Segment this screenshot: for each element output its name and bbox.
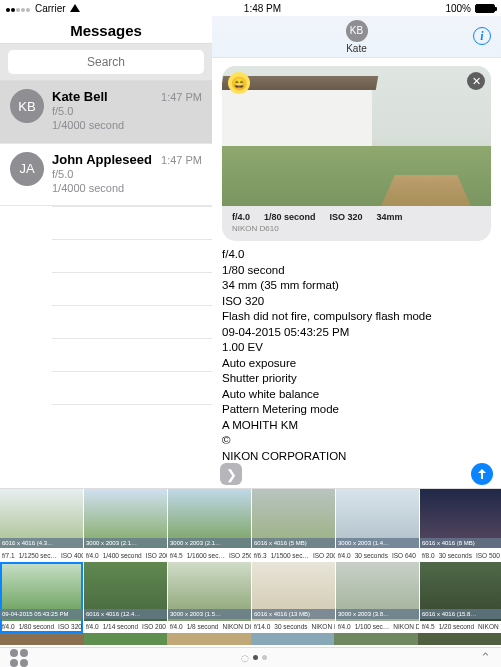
thumb-meta: f/4.5 — [422, 623, 435, 630]
thumb-meta: 1/100 sec… — [355, 623, 390, 630]
gallery-thumbnail[interactable]: 3000 x 2003 (2.1…f/4.51/1600 sec…ISO 250 — [168, 489, 251, 562]
app-drawer-bar: ◌ ⌃ — [0, 647, 501, 667]
thumb-meta: ISO 200 — [142, 623, 166, 630]
thumb-meta: NIKON D610 — [222, 623, 251, 630]
thumb-meta: NIKON D610 — [393, 623, 419, 630]
thumb-meta: 30 seconds — [355, 552, 388, 559]
conversation-name: John Appleseed — [52, 152, 152, 167]
thumb-meta: ISO 200 — [313, 552, 335, 559]
avatar: JA — [10, 152, 44, 186]
exif-line: NIKON CORPORATION — [222, 449, 491, 464]
thumb-meta: f/4.0 — [86, 623, 99, 630]
signal-icon — [6, 3, 31, 14]
thumb-meta: ISO 400 — [61, 552, 83, 559]
clock-label: 1:48 PM — [244, 3, 281, 14]
battery-icon — [475, 4, 495, 13]
exif-line: A MOHITH KM — [222, 418, 491, 434]
page-title: Messages — [0, 22, 212, 39]
thumb-dimensions: 6016 x 4016 (5 MB) — [252, 538, 335, 548]
thumb-meta: f/4.0 — [338, 623, 351, 630]
exif-line: ISO 320 — [222, 294, 491, 310]
thumb-dimensions: 3000 x 2003 (2.1… — [84, 538, 167, 548]
thumb-meta: 1/1250 sec… — [19, 552, 57, 559]
gallery-thumbnail[interactable]: 3000 x 2003 (1.5…f/4.01/8 secondNIKON D6… — [168, 562, 251, 633]
conversation-time: 1:47 PM — [161, 91, 202, 103]
thumb-dimensions: 6016 x 4016 (15.8… — [420, 609, 501, 619]
gallery-thumbnail[interactable]: 6016 x 4016 (12.4…f/4.01/14 secondISO 20… — [84, 562, 167, 633]
thumb-dimensions: 6016 x 4016 (12.4… — [84, 609, 167, 619]
status-bar: Carrier 1:48 PM 100% — [0, 0, 501, 16]
avatar: KB — [10, 89, 44, 123]
send-button[interactable] — [471, 463, 493, 485]
gallery-thumbnail[interactable]: 3000 x 2003 (3.8…f/4.01/100 sec…NIKON D6… — [336, 562, 419, 633]
apps-button[interactable] — [10, 649, 28, 667]
thumb-meta: 1/1500 sec… — [271, 552, 309, 559]
arrow-up-icon — [476, 468, 488, 480]
carrier-label: Carrier — [35, 3, 66, 14]
exif-line: Shutter priority — [222, 371, 491, 387]
gallery-thumbnail[interactable]: 09-04-2015 05:43:25 PMf/4.01/80 secondIS… — [0, 562, 83, 633]
chat-header-name: Kate — [346, 43, 367, 54]
exif-line: Pattern Metering mode — [222, 402, 491, 418]
chat-avatar[interactable]: KB — [346, 20, 368, 42]
meta-shutter: 1/80 second — [264, 212, 316, 222]
exif-line: Auto white balance — [222, 387, 491, 403]
gallery-thumbnail[interactable]: 6016 x 4016 (15.8…f/4.51/20 secondNIKON … — [420, 562, 501, 633]
exif-line: © — [222, 433, 491, 449]
search-input[interactable] — [8, 50, 204, 74]
wifi-icon — [70, 4, 80, 12]
thumb-dimensions: 3000 x 2003 (2.1… — [168, 538, 251, 548]
attachment-image: 😄 ✕ — [222, 66, 491, 206]
thumb-dimensions: 09-04-2015 05:43:25 PM — [0, 609, 83, 619]
thumb-meta: ISO 250 — [229, 552, 251, 559]
thumb-meta: 1/20 second — [439, 623, 474, 630]
thumb-meta: f/4.5 — [170, 552, 183, 559]
chat-header: KB Kate i — [212, 16, 501, 58]
conversation-preview: f/5.0 — [52, 167, 202, 181]
thumb-meta: ISO 640 — [392, 552, 416, 559]
photo-attachment[interactable]: 😄 ✕ f/4.0 1/80 second ISO 320 34mm NIKON… — [222, 66, 491, 241]
exif-line: 1.00 EV — [222, 340, 491, 356]
thumb-dimensions: 6016 x 4016 (13 MB) — [252, 609, 335, 619]
conversation-kate-bell[interactable]: KB Kate Bell 1:47 PM f/5.0 1/4000 second — [0, 81, 212, 144]
thumb-meta: f/4.0 — [338, 552, 351, 559]
thumb-dimensions: 6016 x 4016 (4.3… — [0, 538, 83, 548]
conversation-preview: f/5.0 — [52, 104, 202, 118]
battery-label: 100% — [445, 3, 471, 14]
thumb-meta: f/14.0 — [254, 623, 270, 630]
messages-header: Messages — [0, 16, 212, 43]
gallery-thumbnail[interactable]: 3000 x 2003 (1.4…f/4.030 secondsISO 640 — [336, 489, 419, 562]
thumb-meta: f/4.0 — [86, 552, 99, 559]
exif-line: Flash did not fire, compulsory flash mod… — [222, 309, 491, 325]
thumb-dimensions: 6016 x 4016 (8 MB) — [420, 538, 501, 548]
conversation-john-appleseed[interactable]: JA John Appleseed 1:47 PM f/5.0 1/4000 s… — [0, 144, 212, 207]
info-button[interactable]: i — [473, 27, 491, 45]
page-indicator: ◌ — [241, 653, 267, 663]
expand-button[interactable]: ⌃ — [480, 650, 491, 665]
remove-attachment-button[interactable]: ✕ — [467, 72, 485, 90]
thumb-meta: 30 seconds — [274, 623, 307, 630]
gallery-thumbnail[interactable]: 6016 x 4016 (4.3…f/7.11/1250 sec…ISO 400 — [0, 489, 83, 562]
exif-line: Auto exposure — [222, 356, 491, 372]
thumb-meta: 1/14 second — [103, 623, 138, 630]
meta-camera: NIKON D610 — [232, 224, 481, 233]
thumb-meta: 1/80 second — [19, 623, 54, 630]
thumb-meta: f/6.3 — [254, 552, 267, 559]
thumb-meta: NIKON D610 — [312, 623, 335, 630]
thumb-meta: ISO 500 — [476, 552, 500, 559]
meta-aperture: f/4.0 — [232, 212, 250, 222]
exif-line: 34 mm (35 mm format) — [222, 278, 491, 294]
exif-line: 09-04-2015 05:43:25 PM — [222, 325, 491, 341]
thumb-meta: 30 seconds — [439, 552, 472, 559]
gallery-thumbnail[interactable]: 6016 x 4016 (8 MB)f/8.030 secondsISO 500 — [420, 489, 501, 562]
thumb-meta: ISO 320 — [58, 623, 82, 630]
conversation-preview: 1/4000 second — [52, 118, 202, 132]
gallery-thumbnail[interactable]: 6016 x 4016 (5 MB)f/6.31/1500 sec…ISO 20… — [252, 489, 335, 562]
emoji-sticker: 😄 — [228, 72, 250, 94]
thumb-meta: NIKON D610 — [478, 623, 501, 630]
gallery-thumbnail[interactable]: 3000 x 2003 (2.1…f/4.01/400 secondISO 20… — [84, 489, 167, 562]
gallery-thumbnail[interactable]: 6016 x 4016 (13 MB)f/14.030 secondsNIKON… — [252, 562, 335, 633]
meta-iso: ISO 320 — [330, 212, 363, 222]
thumb-meta: 1/8 second — [187, 623, 219, 630]
keyboard-button[interactable]: ❯ — [220, 463, 242, 485]
